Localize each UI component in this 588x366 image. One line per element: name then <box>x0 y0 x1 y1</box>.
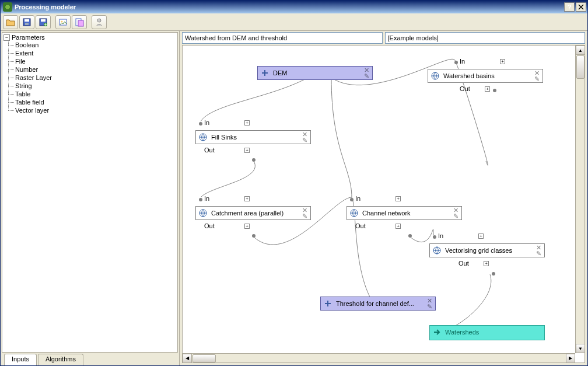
port-in[interactable] <box>454 61 458 64</box>
connection-wires <box>183 46 584 362</box>
algorithm-globe-icon <box>432 246 442 255</box>
save-as-button[interactable] <box>36 15 51 29</box>
output-arrow-icon <box>432 327 442 337</box>
model-name-input[interactable] <box>182 32 383 44</box>
titlebar[interactable]: Processing modeler ? <box>1 1 587 13</box>
tree-item-string[interactable]: String <box>15 82 176 90</box>
app-icon <box>3 2 12 12</box>
help-button[interactable]: ? <box>564 2 575 12</box>
export-image-button[interactable] <box>55 15 71 29</box>
model-name-row <box>180 31 587 45</box>
algorithm-globe-icon <box>198 208 208 218</box>
node-title: Channel network <box>362 210 450 217</box>
port-out[interactable] <box>493 89 496 92</box>
label-in: In <box>355 195 360 202</box>
port-out[interactable] <box>252 158 256 162</box>
expand-out-icon[interactable]: + <box>484 261 489 266</box>
tree-item-boolean[interactable]: Boolean <box>15 41 176 49</box>
open-button[interactable] <box>3 15 18 29</box>
tree-item-raster-layer[interactable]: Raster Layer <box>15 74 176 82</box>
label-in: In <box>204 195 209 202</box>
toolbar <box>1 13 587 31</box>
port-out[interactable] <box>252 234 256 238</box>
algorithm-globe-icon <box>430 71 440 81</box>
edit-node-icon[interactable]: ✎ <box>301 213 308 219</box>
edit-node-icon[interactable]: ✎ <box>535 250 542 256</box>
node-title: DEM <box>273 69 360 76</box>
close-button[interactable] <box>576 2 586 12</box>
port-in[interactable] <box>350 198 354 201</box>
port-in[interactable] <box>199 198 202 201</box>
edit-node-icon[interactable]: ✎ <box>301 137 308 143</box>
edit-node-icon[interactable]: ✎ <box>363 73 370 79</box>
node-vectorising-grid-classes[interactable]: Vectorising grid classes ✕✎ <box>429 243 545 257</box>
expand-in-icon[interactable]: + <box>244 196 250 201</box>
tree-item-vector-layer[interactable]: Vector layer <box>15 106 176 114</box>
left-panel: − Parameters Boolean Extent File Number … <box>1 31 180 365</box>
collapse-icon[interactable]: − <box>4 34 10 41</box>
expand-out-icon[interactable]: + <box>244 224 250 229</box>
expand-out-icon[interactable]: + <box>244 148 250 153</box>
tab-inputs[interactable]: Inputs <box>4 354 37 365</box>
parameters-tree[interactable]: − Parameters Boolean Extent File Number … <box>2 32 178 353</box>
tree-item-table-field[interactable]: Table field <box>15 98 176 106</box>
tab-algorithms[interactable]: Algorithms <box>38 354 83 365</box>
body: − Parameters Boolean Extent File Number … <box>1 31 587 365</box>
expand-out-icon[interactable]: + <box>396 224 401 229</box>
tree-item-extent[interactable]: Extent <box>15 49 176 57</box>
expand-out-icon[interactable]: + <box>485 86 490 92</box>
save-button[interactable] <box>19 15 34 29</box>
node-title: Threshold for channel def... <box>336 300 424 307</box>
port-in[interactable] <box>433 235 436 239</box>
processing-modeler-window: Processing modeler ? − Parameters Boolea… <box>0 0 588 366</box>
node-channel-network[interactable]: Channel network ✕✎ <box>346 206 462 220</box>
expand-in-icon[interactable]: + <box>500 59 505 64</box>
node-title: Watersheds <box>445 329 542 336</box>
node-watersheds-output[interactable]: Watersheds <box>429 325 545 340</box>
edit-help-button[interactable] <box>72 15 87 29</box>
node-catchment-area[interactable]: Catchment area (parallel) ✕✎ <box>195 206 311 220</box>
node-watershed-basins[interactable]: Watershed basins ✕✎ <box>428 69 543 83</box>
tree-root-label: Parameters <box>12 34 45 41</box>
tree-item-table[interactable]: Table <box>15 90 176 98</box>
label-out: Out <box>355 222 366 229</box>
node-title: Fill Sinks <box>211 134 299 141</box>
run-button[interactable] <box>92 15 107 29</box>
node-threshold[interactable]: Threshold for channel def... ✕✎ <box>320 297 436 311</box>
expand-in-icon[interactable]: + <box>396 196 401 201</box>
tree-children: Boolean Extent File Number Raster Layer … <box>4 41 176 114</box>
tree-root[interactable]: − Parameters <box>4 34 176 41</box>
port-in[interactable] <box>199 122 202 126</box>
svg-rect-2 <box>24 19 29 22</box>
algorithm-globe-icon <box>198 133 208 142</box>
svg-point-8 <box>61 20 63 22</box>
label-in: In <box>204 119 209 126</box>
node-dem[interactable]: DEM ✕✎ <box>257 66 373 80</box>
port-out[interactable] <box>408 234 412 238</box>
svg-rect-5 <box>41 19 46 22</box>
svg-point-0 <box>5 5 10 10</box>
tree-item-number[interactable]: Number <box>15 65 176 74</box>
expand-in-icon[interactable]: + <box>478 233 484 239</box>
canvas-wrap: DEM ✕✎ In + Fill Sinks ✕✎ <box>182 45 585 363</box>
port-out[interactable] <box>492 272 495 276</box>
expand-in-icon[interactable]: + <box>244 120 250 126</box>
label-out: Out <box>459 260 469 267</box>
tree-item-file[interactable]: File <box>15 57 176 65</box>
node-title: Watershed basins <box>443 72 531 79</box>
edit-node-icon[interactable]: ✎ <box>533 76 540 82</box>
edit-node-icon[interactable]: ✎ <box>452 213 459 219</box>
model-group-input[interactable] <box>385 32 586 44</box>
node-fill-sinks[interactable]: Fill Sinks ✕✎ <box>195 130 311 144</box>
svg-rect-3 <box>25 23 29 25</box>
label-out: Out <box>204 147 215 154</box>
label-out: Out <box>460 85 470 92</box>
edit-node-icon[interactable]: ✎ <box>426 304 433 309</box>
model-canvas[interactable]: DEM ✕✎ In + Fill Sinks ✕✎ <box>183 46 584 362</box>
param-plus-icon <box>260 68 270 78</box>
svg-rect-10 <box>78 20 83 26</box>
right-panel: DEM ✕✎ In + Fill Sinks ✕✎ <box>180 31 587 365</box>
left-tabs: Inputs Algorithms <box>1 354 179 365</box>
label-in: In <box>438 232 443 239</box>
param-plus-icon <box>323 299 332 308</box>
